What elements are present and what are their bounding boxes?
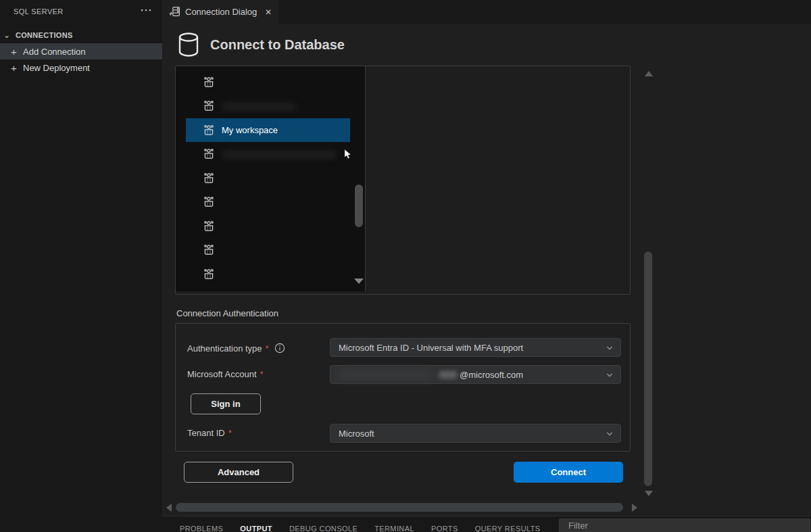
- tenant-id-label: Tenant ID *: [187, 428, 232, 438]
- sidebar-title: SQL SERVER: [14, 7, 64, 16]
- workspace-list-item[interactable]: [186, 262, 350, 286]
- label-text: Authentication type: [187, 343, 262, 354]
- scroll-right-icon[interactable]: [632, 504, 637, 512]
- workspace-list-item[interactable]: [186, 95, 350, 118]
- advanced-button[interactable]: Advanced: [184, 462, 293, 483]
- auth-section-box: Authentication type * Microsoft Entra ID…: [175, 323, 631, 452]
- sidebar-header: SQL SERVER ⋯: [0, 0, 162, 23]
- account-label: Microsoft Account *: [187, 369, 264, 379]
- chevron-down-icon: [605, 370, 614, 380]
- vertical-scrollbar-thumb[interactable]: [644, 251, 652, 486]
- sign-in-button[interactable]: Sign in: [191, 393, 261, 414]
- auth-type-select[interactable]: Microsoft Entra ID - Universal with MFA …: [330, 338, 621, 357]
- team-icon: [203, 76, 215, 89]
- tenant-id-select[interactable]: Microsoft: [330, 424, 621, 443]
- dialog-header: Connect to Database: [177, 32, 345, 57]
- section-label: CONNECTIONS: [16, 31, 73, 39]
- connection-dialog-page: Connect to Database My workspace Connect…: [162, 24, 811, 516]
- scroll-left-icon[interactable]: [166, 504, 172, 512]
- tenant-id-value: Microsoft: [339, 429, 374, 439]
- chevron-down-icon: [605, 429, 614, 439]
- sidebar-item-add-connection[interactable]: + Add Connection: [0, 43, 162, 59]
- team-icon: [203, 148, 215, 160]
- info-icon[interactable]: [274, 343, 285, 354]
- workspace-list: My workspace: [176, 66, 366, 291]
- sidebar-item-new-deployment[interactable]: + New Deployment: [0, 59, 162, 76]
- workspace-list-item[interactable]: [186, 214, 350, 238]
- required-marker: *: [228, 428, 232, 438]
- chevron-down-icon: [605, 343, 614, 353]
- workspace-list-item[interactable]: [186, 239, 350, 262]
- panel-tab-bar: PROBLEMSOUTPUTDEBUG CONSOLETERMINALPORTS…: [180, 525, 541, 532]
- redacted-account-name: [339, 369, 433, 381]
- team-icon: [203, 172, 215, 185]
- team-icon: [203, 268, 215, 281]
- close-icon[interactable]: ✕: [265, 7, 272, 17]
- scroll-down-icon[interactable]: [645, 491, 653, 496]
- auth-section-heading: Connection Authentication: [176, 308, 278, 318]
- workspace-list-item[interactable]: My workspace: [186, 118, 350, 142]
- editor-tab-bar: Connection Dialog ✕: [162, 0, 811, 24]
- list-scroll-down-icon[interactable]: [354, 279, 364, 284]
- panel-tab-terminal[interactable]: TERMINAL: [374, 525, 414, 532]
- sidebar-item-label: Add Connection: [23, 47, 86, 57]
- sidebar-section-connections[interactable]: ⌄ CONNECTIONS: [0, 27, 162, 43]
- plus-icon: +: [11, 62, 23, 74]
- connect-button[interactable]: Connect: [514, 462, 623, 483]
- auth-type-value: Microsoft Entra ID - Universal with MFA …: [339, 343, 523, 353]
- team-icon: [203, 244, 215, 256]
- page-title: Connect to Database: [210, 37, 345, 53]
- redacted-workspace-name: [222, 103, 296, 110]
- team-icon: [203, 124, 215, 137]
- team-icon: [203, 220, 215, 233]
- workspace-list-item[interactable]: [186, 143, 350, 166]
- label-text: Tenant ID: [187, 428, 225, 438]
- required-marker: *: [266, 343, 269, 354]
- workspace-item-label: My workspace: [222, 125, 278, 135]
- workspace-list-item[interactable]: [186, 166, 350, 190]
- microsoft-account-select[interactable]: @microsoft.com: [330, 365, 621, 384]
- bottom-panel: PROBLEMSOUTPUTDEBUG CONSOLETERMINALPORTS…: [162, 516, 811, 532]
- team-icon: [203, 196, 215, 208]
- connection-dialog-icon: [169, 6, 180, 18]
- workspace-list-item[interactable]: [186, 70, 350, 94]
- sidebar-item-label: New Deployment: [23, 63, 90, 73]
- vscode-window: SQL SERVER ⋯ ⌄ CONNECTIONS + Add Connect…: [0, 0, 811, 532]
- database-icon: [177, 32, 200, 57]
- tab-connection-dialog[interactable]: Connection Dialog ✕: [162, 0, 278, 24]
- required-marker: *: [260, 369, 264, 379]
- chevron-down-icon: ⌄: [3, 32, 14, 39]
- panel-tab-ports[interactable]: PORTS: [431, 525, 458, 532]
- sidebar: SQL SERVER ⋯ ⌄ CONNECTIONS + Add Connect…: [0, 0, 162, 532]
- redacted-workspace-name: [222, 151, 337, 158]
- more-actions-icon[interactable]: ⋯: [140, 3, 153, 18]
- panel-tab-debug-console[interactable]: DEBUG CONSOLE: [289, 525, 358, 532]
- redacted-account-prefix: [439, 371, 458, 379]
- label-text: Microsoft Account: [187, 369, 257, 379]
- workspace-browser-box: My workspace: [175, 66, 631, 295]
- panel-tab-output[interactable]: OUTPUT: [240, 525, 272, 532]
- account-domain-text: @microsoft.com: [460, 370, 523, 380]
- tab-label: Connection Dialog: [185, 7, 260, 17]
- workspace-list-item[interactable]: [186, 191, 350, 214]
- scroll-up-icon[interactable]: [645, 71, 653, 76]
- panel-tab-query-results[interactable]: QUERY RESULTS: [475, 525, 541, 532]
- filter-input[interactable]: [559, 518, 810, 532]
- list-scrollbar-thumb[interactable]: [355, 185, 363, 227]
- plus-icon: +: [11, 46, 23, 57]
- team-icon: [203, 100, 215, 112]
- auth-type-label: Authentication type *: [187, 343, 285, 354]
- horizontal-scrollbar-thumb[interactable]: [176, 503, 623, 512]
- panel-tab-problems[interactable]: PROBLEMS: [180, 525, 223, 532]
